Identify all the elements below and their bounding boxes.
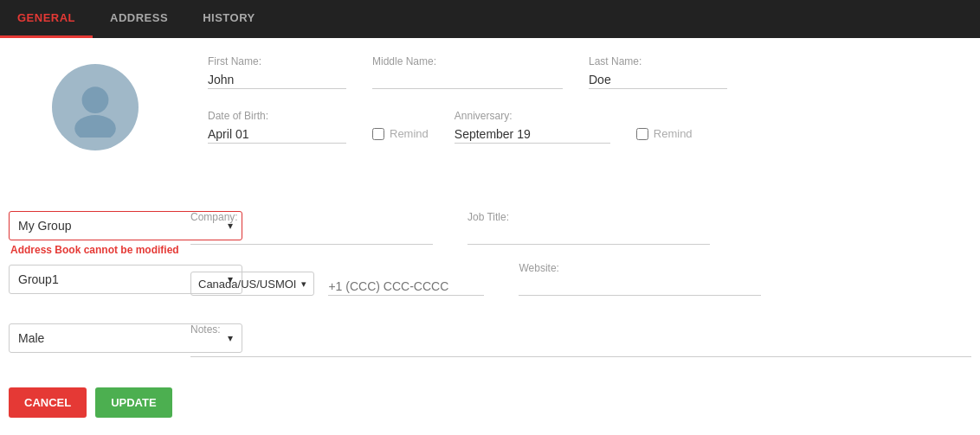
cancel-button[interactable]: CANCEL xyxy=(9,387,87,418)
website-input[interactable] xyxy=(519,278,761,296)
dob-input[interactable] xyxy=(208,125,346,144)
avatar xyxy=(52,64,139,150)
company-label: Company: xyxy=(190,211,433,223)
avatar-icon xyxy=(65,77,126,138)
svg-point-0 xyxy=(82,86,109,113)
company-field: Company: xyxy=(190,211,433,245)
remind1-label: Remind xyxy=(390,127,429,140)
middle-name-field: Middle Name: xyxy=(372,55,563,89)
name-row: First Name: Middle Name: Last Name: xyxy=(208,55,963,89)
remind2-group: Remind xyxy=(636,127,693,144)
update-button[interactable]: UPDATE xyxy=(95,387,171,418)
phone-row: Canada/US/USMOI ▾ Website: xyxy=(190,262,971,296)
tab-general[interactable]: GENERAL xyxy=(0,0,93,38)
group2-value: Group1 xyxy=(18,272,59,286)
phone-region-value: Canada/US/USMOI xyxy=(198,278,296,291)
first-name-label: First Name: xyxy=(208,55,346,67)
middle-name-label: Middle Name: xyxy=(372,55,563,67)
job-title-field: Job Title: xyxy=(467,211,710,245)
gender-value: Male xyxy=(18,331,44,345)
remind2-checkbox[interactable] xyxy=(636,128,648,140)
top-form-section: First Name: Middle Name: Last Name: Date… xyxy=(208,55,963,144)
first-name-field: First Name: xyxy=(208,55,346,89)
group-value: My Group xyxy=(18,219,71,233)
job-title-input[interactable] xyxy=(467,227,710,245)
bottom-buttons: CANCEL UPDATE xyxy=(9,387,172,418)
website-field: Website: xyxy=(519,262,761,296)
dob-field: Date of Birth: xyxy=(208,110,346,144)
anniversary-input[interactable] xyxy=(455,125,610,144)
company-row: Company: Job Title: xyxy=(190,211,971,245)
company-input[interactable] xyxy=(190,227,433,245)
anniversary-label: Anniversary: xyxy=(455,110,610,122)
main-content: First Name: Middle Name: Last Name: Date… xyxy=(0,38,980,435)
tab-history[interactable]: HISTORY xyxy=(185,0,273,38)
remind1-group: Remind xyxy=(372,127,429,144)
top-navigation: GENERAL ADDRESS HISTORY xyxy=(0,0,980,38)
notes-section: Notes: xyxy=(190,323,971,357)
first-name-input[interactable] xyxy=(208,71,346,89)
phone-region-arrow: ▾ xyxy=(301,278,306,290)
svg-point-1 xyxy=(74,115,116,138)
phone-region-dropdown[interactable]: Canada/US/USMOI ▾ xyxy=(190,272,314,296)
notes-input[interactable] xyxy=(190,339,971,357)
remind1-checkbox[interactable] xyxy=(372,128,384,140)
avatar-section xyxy=(52,64,139,150)
job-title-label: Job Title: xyxy=(467,211,710,223)
website-label: Website: xyxy=(519,262,761,274)
notes-field: Notes: xyxy=(190,323,971,357)
middle-name-input[interactable] xyxy=(372,71,563,89)
last-name-input[interactable] xyxy=(589,71,727,89)
remind2-label: Remind xyxy=(654,127,693,140)
tab-address[interactable]: ADDRESS xyxy=(93,0,185,38)
anniversary-field: Anniversary: xyxy=(455,110,610,144)
last-name-label: Last Name: xyxy=(589,55,727,67)
phone-input[interactable] xyxy=(328,278,484,296)
notes-label: Notes: xyxy=(190,323,971,336)
lower-form-section: Company: Job Title: Canada/US/USMOI ▾ We… xyxy=(190,211,971,313)
last-name-field: Last Name: xyxy=(589,55,727,89)
dob-label: Date of Birth: xyxy=(208,110,346,122)
dob-row: Date of Birth: Remind Anniversary: Remin… xyxy=(208,110,963,144)
